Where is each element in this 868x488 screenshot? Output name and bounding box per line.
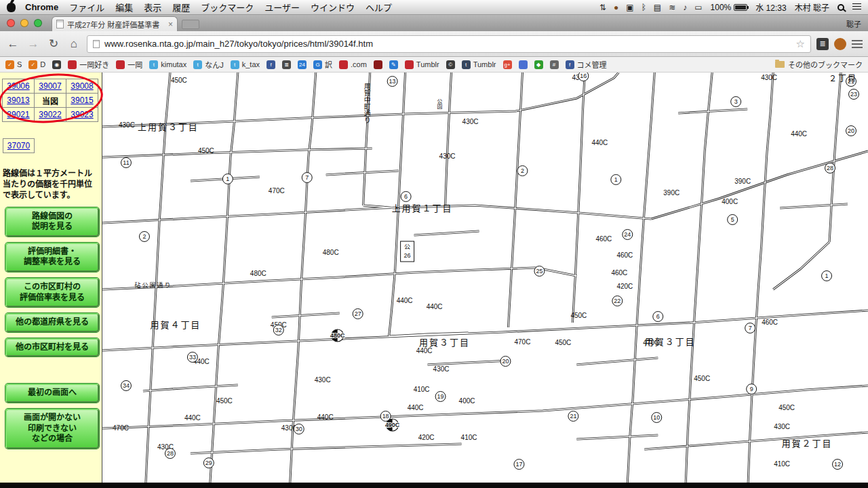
chrome-menu-button[interactable]: [852, 40, 863, 48]
bookmark-item[interactable]: 24: [298, 60, 307, 69]
forward-button[interactable]: →: [26, 37, 41, 51]
window-close-button[interactable]: [7, 19, 15, 27]
browser-tab[interactable]: 平成27年分 財産評価基準書 ×: [52, 16, 178, 31]
map-link[interactable]: 39022: [39, 110, 61, 119]
map-link-cell[interactable]: 39022: [34, 107, 66, 122]
menubar-user-name[interactable]: 木村 聡子: [795, 1, 829, 13]
bookmark-item[interactable]: ≣: [282, 60, 291, 69]
tab-close-icon[interactable]: ×: [168, 20, 173, 28]
map-link[interactable]: 39023: [71, 110, 93, 119]
sidebar-button[interactable]: 路線価図の 説明を見る: [5, 207, 99, 237]
display-icon[interactable]: ▭: [694, 3, 702, 12]
bookmark-item[interactable]: Tumblr: [405, 60, 439, 69]
svg-text:440C: 440C: [408, 404, 424, 411]
apple-menu-icon[interactable]: [7, 3, 16, 12]
bookmark-star-icon[interactable]: ☆: [796, 38, 805, 50]
home-button[interactable]: ⌂: [66, 37, 81, 51]
twitter-icon: t: [231, 60, 239, 69]
bookmark-item[interactable]: f: [267, 60, 275, 69]
page-icon: [93, 40, 100, 48]
sidebar-button[interactable]: 他の都道府県を見る: [5, 313, 99, 332]
sidebar-button[interactable]: 他の市区町村を見る: [5, 338, 99, 357]
bookmark-item[interactable]: 一岡好き: [68, 59, 109, 70]
menubar-menu[interactable]: ファイル: [69, 1, 104, 14]
diamond-icon: ◆: [534, 60, 543, 69]
url-text[interactable]: www.rosenka.nta.go.jp/main_h27/tokyo/tok…: [104, 39, 791, 49]
sync-icon[interactable]: ⇅: [599, 3, 606, 12]
map-link[interactable]: 39021: [7, 110, 29, 119]
menubar-app-name[interactable]: Chrome: [25, 2, 58, 12]
sidebar-button[interactable]: 評価明細書・ 調整率表を見る: [5, 243, 99, 272]
bookmark-item[interactable]: #: [550, 60, 559, 69]
menubar-menu[interactable]: 履歴: [172, 1, 190, 14]
reload-button[interactable]: ↻: [46, 37, 61, 51]
svg-text:1: 1: [614, 176, 618, 183]
app-icon[interactable]: ●: [614, 3, 618, 12]
bookmark-item[interactable]: ©: [446, 60, 455, 69]
bookmark-item[interactable]: G訳: [313, 59, 332, 70]
map-link[interactable]: 39006: [7, 81, 29, 91]
map-link-cell[interactable]: 39013: [2, 93, 35, 108]
map-link-cell[interactable]: 39021: [2, 107, 35, 122]
wifi-icon[interactable]: ≋: [669, 3, 675, 12]
bookmark-item[interactable]: tTumblr: [462, 60, 496, 69]
bookmark-item[interactable]: .com: [339, 60, 367, 69]
menubar-menu[interactable]: 表示: [144, 1, 161, 14]
bookmark-item[interactable]: 一岡: [116, 59, 142, 70]
address-bar[interactable]: www.rosenka.nta.go.jp/main_h27/tokyo/tok…: [87, 35, 811, 53]
facebook-icon: f: [566, 60, 574, 69]
sidebar-button[interactable]: 画面が開かない 印刷できない などの場合: [5, 409, 99, 449]
bluetooth-icon[interactable]: ᛒ: [642, 3, 646, 12]
map-link-cell[interactable]: 39023: [66, 107, 98, 122]
bookmark-item[interactable]: g+: [503, 60, 512, 69]
map-link-cell[interactable]: 39015: [66, 93, 98, 108]
map-link[interactable]: 39013: [7, 96, 29, 105]
extension-icon[interactable]: [834, 38, 846, 50]
other-bookmarks-button[interactable]: その他のブックマーク: [775, 59, 863, 70]
map-link-cell[interactable]: 39007: [34, 79, 66, 94]
bookmark-item[interactable]: [374, 60, 382, 69]
bookmark-item[interactable]: tなんJ: [193, 59, 224, 70]
sidebar-button[interactable]: 最初の画面へ: [5, 384, 99, 403]
profile-name[interactable]: 聡子: [846, 18, 861, 29]
svg-text:公: 公: [404, 243, 410, 250]
bookmark-item[interactable]: tk_tax: [231, 60, 260, 69]
bookmark-item[interactable]: ✎: [389, 60, 398, 69]
back-button[interactable]: ←: [5, 37, 20, 51]
extension-layers-icon[interactable]: ≣: [816, 38, 829, 50]
map-roads-outer-layer: [102, 73, 868, 483]
bookmark-item[interactable]: fコメ管理: [566, 59, 607, 70]
window-minimize-button[interactable]: [20, 19, 28, 27]
svg-text:420C: 420C: [616, 283, 633, 290]
new-tab-button[interactable]: [182, 20, 199, 29]
svg-text:34: 34: [123, 382, 130, 389]
menubar-menu[interactable]: ヘルプ: [366, 1, 392, 14]
map-link-cell[interactable]: 39008: [66, 79, 98, 94]
map-link-cell[interactable]: 37070: [3, 138, 35, 153]
bookmark-item[interactable]: ✓S: [5, 60, 22, 69]
map-link-37070[interactable]: 37070: [7, 141, 30, 150]
svg-text:450C: 450C: [555, 339, 571, 346]
bookmark-item[interactable]: ◆: [534, 60, 543, 69]
menubar-menu[interactable]: ユーザー: [264, 1, 300, 14]
bookmark-item[interactable]: [519, 60, 528, 69]
volume-icon[interactable]: ♪: [683, 3, 687, 12]
map-link-cell[interactable]: 39006: [2, 79, 35, 94]
bookmark-item[interactable]: ◉: [52, 60, 61, 69]
tab-favicon: [56, 20, 64, 28]
bookmark-item[interactable]: tkimutax: [149, 60, 186, 69]
map-link[interactable]: 39007: [39, 81, 61, 91]
menubar-menu[interactable]: ブックマーク: [201, 1, 254, 14]
svg-text:30: 30: [296, 426, 302, 432]
map-link[interactable]: 39015: [71, 96, 93, 105]
bookmark-item[interactable]: ✓D: [28, 60, 45, 69]
keyboard-icon[interactable]: ▤: [654, 3, 661, 12]
menubar-menu[interactable]: ウインドウ: [311, 1, 355, 14]
menubar-menu[interactable]: 編集: [115, 1, 133, 14]
window-zoom-button[interactable]: [34, 19, 42, 27]
sidebar-button[interactable]: この市区町村の 評価倍率表を見る: [5, 278, 99, 307]
map-link[interactable]: 39008: [71, 81, 93, 91]
clip-icon[interactable]: ▣: [626, 3, 633, 12]
notification-center-icon[interactable]: [852, 3, 861, 11]
spotlight-search-icon[interactable]: [837, 4, 844, 11]
